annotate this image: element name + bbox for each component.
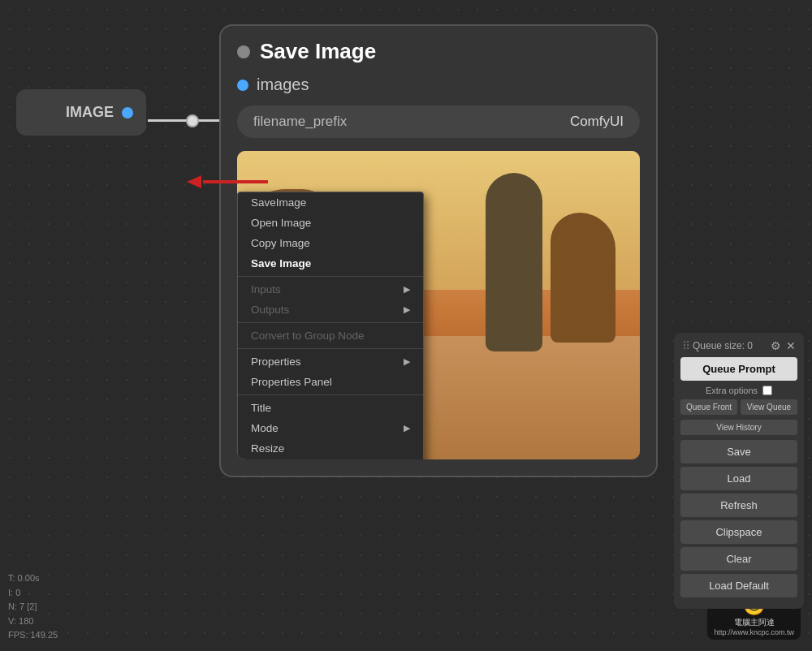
node-status-dot xyxy=(237,45,250,58)
ctx-inputs-label: Inputs xyxy=(251,283,281,295)
image-node-output-dot xyxy=(122,107,133,119)
small-btns-row: Queue Front View Queue xyxy=(680,399,797,415)
filename-prefix-value[interactable]: ComfyUI xyxy=(570,114,624,130)
status-iterations: I: 0 xyxy=(8,586,58,601)
load-button[interactable]: Load xyxy=(680,467,797,490)
ctx-open-image[interactable]: Open Image xyxy=(238,213,423,233)
node-header: Save Image xyxy=(221,26,656,75)
ctx-inputs-arrow: ▶ xyxy=(404,284,410,295)
ctx-save-image[interactable]: Save Image xyxy=(238,253,423,274)
extra-options-row: Extra options xyxy=(680,386,797,395)
ctx-inputs[interactable]: Inputs ▶ xyxy=(238,279,423,300)
filename-prefix-key: filename_prefix xyxy=(253,114,347,130)
node-title: Save Image xyxy=(260,39,376,64)
ctx-copy-image-label: Copy Image xyxy=(251,237,310,249)
image-node: IMAGE xyxy=(16,89,146,136)
ctx-mode[interactable]: Mode ▶ xyxy=(238,418,423,438)
status-nodes: N: 7 [2] xyxy=(8,600,58,614)
settings-icon[interactable]: ⚙ xyxy=(771,339,781,352)
red-arrow-svg xyxy=(187,174,268,190)
ctx-save-image-label: Save Image xyxy=(251,257,311,269)
input-connector-dot xyxy=(237,80,248,91)
panel-header: ⠿ Queue size: 0 ⚙ ✕ xyxy=(680,339,797,352)
image-node-label: IMAGE xyxy=(66,104,114,121)
load-default-button[interactable]: Load Default xyxy=(680,574,797,597)
svg-marker-1 xyxy=(187,175,201,188)
images-input-label: images xyxy=(257,75,309,94)
ctx-sep-1 xyxy=(238,276,423,277)
node-input-row: images xyxy=(221,75,656,106)
panel-icons: ⚙ ✕ xyxy=(771,339,796,352)
refresh-button[interactable]: Refresh xyxy=(680,494,797,517)
ctx-outputs-arrow: ▶ xyxy=(404,304,410,315)
extra-options-label: Extra options xyxy=(706,386,758,395)
queue-prompt-button[interactable]: Queue Prompt xyxy=(680,357,797,381)
ctx-open-image-label: Open Image xyxy=(251,217,311,229)
right-panel: ⠿ Queue size: 0 ⚙ ✕ Queue Prompt Extra o… xyxy=(674,333,804,609)
ctx-convert-group-label: Convert to Group Node xyxy=(251,330,365,342)
person-figure xyxy=(486,173,542,351)
close-icon[interactable]: ✕ xyxy=(786,339,796,352)
panel-drag-icon: ⠿ xyxy=(682,339,689,352)
ctx-resize[interactable]: Resize xyxy=(238,438,423,459)
ctx-mode-arrow: ▶ xyxy=(404,423,410,433)
red-arrow-indicator xyxy=(187,174,268,193)
ctx-title-label: Title xyxy=(251,402,271,414)
ctx-saveimage-label: SaveImage xyxy=(251,196,306,209)
ctx-outputs-label: Outputs xyxy=(251,304,289,316)
extra-options-checkbox[interactable] xyxy=(762,386,772,395)
queue-front-button[interactable]: Queue Front xyxy=(680,399,737,415)
ctx-properties-panel[interactable]: Properties Panel xyxy=(238,372,423,392)
ctx-properties-panel-label: Properties Panel xyxy=(251,376,332,388)
ctx-convert-group[interactable]: Convert to Group Node xyxy=(238,326,423,346)
queue-size-label: Queue size: 0 xyxy=(693,340,753,351)
ctx-mode-label: Mode xyxy=(251,422,279,434)
context-menu: SaveImage Open Image Copy Image Save Ima… xyxy=(237,192,424,459)
node-image-area: SaveImage Open Image Copy Image Save Ima… xyxy=(237,151,640,459)
ctx-sep-2 xyxy=(238,322,423,323)
watermark-name: 電腦主阿達 xyxy=(734,617,775,628)
filename-prefix-bar: filename_prefix ComfyUI xyxy=(237,106,640,138)
ctx-resize-label: Resize xyxy=(251,442,284,455)
ctx-outputs[interactable]: Outputs ▶ xyxy=(238,300,423,320)
ctx-properties[interactable]: Properties ▶ xyxy=(238,351,423,372)
view-queue-button[interactable]: View Queue xyxy=(741,399,797,415)
rock-right xyxy=(551,213,615,343)
ctx-collapse[interactable]: Collapse xyxy=(238,459,423,459)
ctx-title[interactable]: Title xyxy=(238,398,423,418)
ctx-saveimage[interactable]: SaveImage xyxy=(238,192,423,213)
ctx-copy-image[interactable]: Copy Image xyxy=(238,233,423,253)
clipspace-button[interactable]: Clipspace xyxy=(680,520,797,544)
ctx-sep-3 xyxy=(238,348,423,349)
status-time: T: 0.00s xyxy=(8,571,58,586)
ctx-sep-4 xyxy=(238,394,423,395)
connector-handle[interactable] xyxy=(186,114,199,127)
save-button[interactable]: Save xyxy=(680,440,797,463)
status-fps: FPS: 149.25 xyxy=(8,628,58,643)
ctx-properties-arrow: ▶ xyxy=(404,356,410,367)
status-bar: T: 0.00s I: 0 N: 7 [2] V: 180 FPS: 149.2… xyxy=(8,571,58,643)
clear-button[interactable]: Clear xyxy=(680,547,797,571)
save-image-node: Save Image images filename_prefix ComfyU… xyxy=(219,24,658,477)
view-history-button[interactable]: View History xyxy=(680,420,797,435)
ctx-properties-label: Properties xyxy=(251,356,301,368)
status-vram: V: 180 xyxy=(8,614,58,629)
watermark-url: http://www.kncpc.com.tw xyxy=(714,628,794,636)
